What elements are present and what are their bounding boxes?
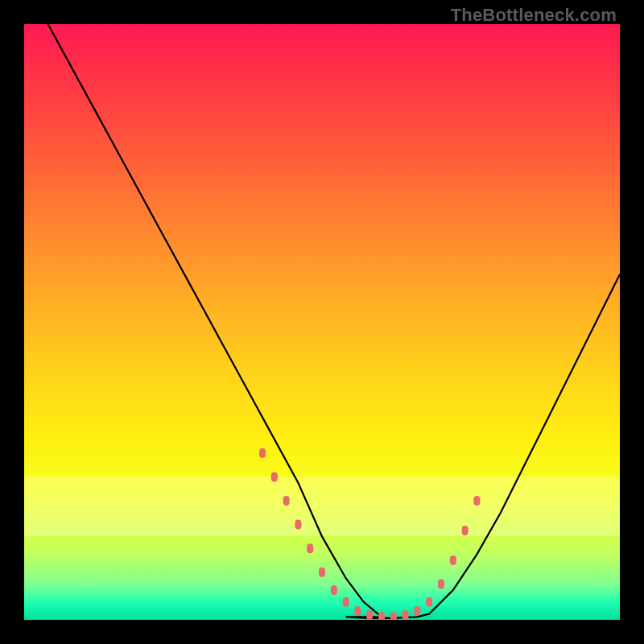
highlight-dot <box>319 568 325 577</box>
highlight-dot <box>438 580 444 589</box>
highlight-dot <box>271 472 278 481</box>
highlight-dot <box>259 448 266 458</box>
highlight-dot <box>462 526 469 535</box>
plot-area <box>24 24 620 620</box>
highlight-dot <box>450 555 456 565</box>
highlight-dot <box>390 612 397 620</box>
highlight-dot <box>473 496 480 506</box>
stage: TheBottleneck.com <box>0 0 644 644</box>
highlight-dot <box>331 585 337 595</box>
highlight-dot <box>343 597 349 607</box>
highlight-dot <box>414 606 420 616</box>
chart-svg <box>24 24 620 620</box>
highlight-dot <box>402 610 409 620</box>
bottleneck-curve <box>48 24 620 618</box>
highlight-dot <box>295 520 301 530</box>
highlight-dot <box>366 610 373 620</box>
highlight-dot <box>307 543 313 553</box>
highlight-dot <box>426 597 432 607</box>
highlight-dot <box>378 612 385 620</box>
highlight-dot <box>354 606 361 616</box>
highlight-dot <box>283 496 290 506</box>
branding-source-label: TheBottleneck.com <box>451 5 617 26</box>
